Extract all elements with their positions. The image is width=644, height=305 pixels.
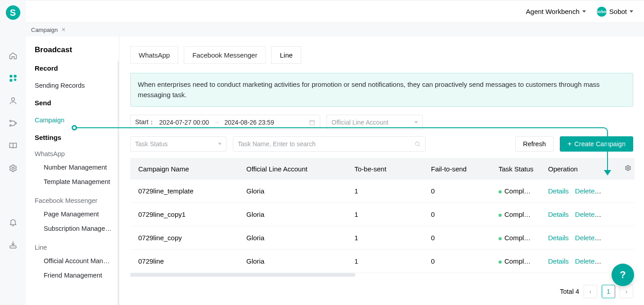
reuse-link[interactable]: Reuse xyxy=(601,211,617,218)
status-dot-icon xyxy=(499,260,502,264)
nav-item-page-management[interactable]: Page Management xyxy=(35,207,119,221)
details-link[interactable]: Details xyxy=(548,187,569,195)
horizontal-scrollbar[interactable] xyxy=(130,272,633,278)
workspace: Broadcast Record Sending Records Send Ca… xyxy=(26,36,644,305)
settings-icon[interactable] xyxy=(9,164,18,173)
official-line-account-select[interactable]: Official Line Account xyxy=(327,115,423,130)
delete-link[interactable]: Delete xyxy=(575,187,594,195)
pagination-total: Total 4 xyxy=(560,288,579,295)
nav-item-subscription-management[interactable]: Subscription Manage… xyxy=(35,221,119,236)
reuse-link[interactable]: Reuse xyxy=(601,234,617,242)
table-row: 0729line_copy1Gloria10Comple…DetailsDele… xyxy=(130,203,635,226)
tab-line[interactable]: Line xyxy=(271,46,301,64)
svg-rect-9 xyxy=(310,121,315,125)
create-campaign-label: Create Campaign xyxy=(574,140,626,148)
nav-item-official-account-management[interactable]: Official Account Man… xyxy=(35,254,119,268)
nav-item-friend-management[interactable]: Friend Management xyxy=(35,268,119,283)
gear-icon xyxy=(625,165,631,171)
details-link[interactable]: Details xyxy=(548,211,569,218)
nav-item-number-management[interactable]: Number Management xyxy=(35,160,119,175)
delete-link[interactable]: Delete xyxy=(575,234,594,242)
status-dot-icon xyxy=(499,214,502,217)
avatar: Sobot xyxy=(597,7,607,17)
details-link[interactable]: Details xyxy=(548,257,569,265)
scrollbar-thumb[interactable] xyxy=(130,273,355,277)
cell-fail-to-send: 0 xyxy=(423,250,490,273)
refresh-button[interactable]: Refresh xyxy=(515,136,553,152)
nav-item-campaign[interactable]: Campaign xyxy=(35,113,119,127)
cell-to-be-sent: 1 xyxy=(346,179,423,203)
icon-rail: S xyxy=(0,0,26,305)
cell-official-line-account: Gloria xyxy=(238,250,346,273)
select-placeholder: Official Line Account xyxy=(331,119,389,126)
user-menu[interactable]: Sobot Sobot xyxy=(597,7,633,17)
help-fab[interactable]: ? xyxy=(612,264,634,286)
cell-campaign-name: 0729line_copy xyxy=(130,226,238,250)
workbench-dropdown[interactable]: Agent Workbench xyxy=(526,8,586,15)
date-range-input[interactable]: Start： 2024-07-27 00:00 → 2024-08-26 23:… xyxy=(130,115,320,130)
tab-whatsapp[interactable]: WhatsApp xyxy=(130,46,178,64)
nav-item-sending-records[interactable]: Sending Records xyxy=(35,78,119,93)
user-name: Sobot xyxy=(609,8,627,15)
cell-operation: DetailsDeleteReuse xyxy=(540,203,617,226)
reuse-link[interactable]: Reuse xyxy=(601,257,617,265)
delete-link[interactable]: Delete xyxy=(575,211,594,218)
nav-group-record: Record xyxy=(35,64,119,72)
delete-link[interactable]: Delete xyxy=(575,257,594,265)
task-status-select[interactable]: Task Status xyxy=(130,136,227,152)
cell-campaign-name: 0729line_copy1 xyxy=(130,203,238,226)
tab-facebook-messenger[interactable]: Facebook Messenger xyxy=(184,46,266,64)
svg-rect-1 xyxy=(14,75,16,78)
nav-item-template-management[interactable]: Template Management xyxy=(35,175,119,189)
calendar-icon xyxy=(309,119,315,126)
status-dot-icon xyxy=(499,190,502,193)
status-dot-icon xyxy=(499,237,502,240)
cell-empty xyxy=(617,226,635,250)
cell-empty xyxy=(617,203,635,226)
cell-fail-to-send: 0 xyxy=(423,179,490,203)
sidebar-title: Broadcast xyxy=(35,45,119,54)
svg-point-3 xyxy=(11,98,14,101)
top-header: Agent Workbench Sobot Sobot xyxy=(26,0,644,23)
col-official-line-account: Official Line Account xyxy=(238,158,346,179)
page-tab-strip: Campaign ✕ xyxy=(26,23,644,36)
range-end: 2024-08-26 23:59 xyxy=(224,119,274,126)
channel-tabs: WhatsApp Facebook Messenger Line xyxy=(130,46,633,64)
table-header-row: Campaign Name Official Line Account To-b… xyxy=(130,158,635,179)
pagination-next-button[interactable]: › xyxy=(620,285,633,298)
svg-rect-2 xyxy=(9,79,12,82)
book-icon[interactable] xyxy=(9,141,18,150)
flow-icon[interactable] xyxy=(9,119,18,128)
svg-rect-8 xyxy=(10,246,16,248)
cell-to-be-sent: 1 xyxy=(346,203,423,226)
apps-icon[interactable] xyxy=(9,74,18,83)
pagination-page-1[interactable]: 1 xyxy=(602,285,615,298)
page-tab-label[interactable]: Campaign xyxy=(31,27,58,33)
reuse-link[interactable]: Reuse xyxy=(601,187,617,195)
cell-empty xyxy=(617,179,635,203)
cell-official-line-account: Gloria xyxy=(238,203,346,226)
cell-campaign-name: 0729line xyxy=(130,250,238,273)
close-icon[interactable]: ✕ xyxy=(61,27,66,33)
nav-subgroup-whatsapp: WhatsApp xyxy=(35,148,119,160)
cell-task-status: Comple… xyxy=(490,203,540,226)
home-icon[interactable] xyxy=(9,51,18,60)
pagination-prev-button[interactable]: ‹ xyxy=(584,285,597,298)
svg-point-7 xyxy=(12,167,14,170)
cell-campaign-name: 0729line_template xyxy=(130,179,238,203)
download-icon[interactable] xyxy=(9,240,18,249)
bell-icon[interactable] xyxy=(9,218,18,227)
table-settings-button[interactable] xyxy=(617,158,635,179)
col-fail-to-send: Fail-to-send xyxy=(423,158,490,179)
cell-operation: DetailsDeleteReuse xyxy=(540,179,617,203)
caret-down-icon xyxy=(630,10,633,13)
user-icon[interactable] xyxy=(9,96,18,105)
table-row: 0729line_copyGloria10Comple…DetailsDelet… xyxy=(130,226,635,250)
task-name-search-input[interactable]: Task Name, Enter to search xyxy=(233,136,426,152)
brand-logo[interactable]: S xyxy=(6,5,20,20)
nav-subgroup-facebook: Facebook Messenger xyxy=(35,194,119,207)
table-row: 0729line_templateGloria10Comple…DetailsD… xyxy=(130,179,635,203)
details-link[interactable]: Details xyxy=(548,234,569,242)
create-campaign-button[interactable]: + Create Campaign xyxy=(560,136,633,152)
cell-fail-to-send: 0 xyxy=(423,203,490,226)
